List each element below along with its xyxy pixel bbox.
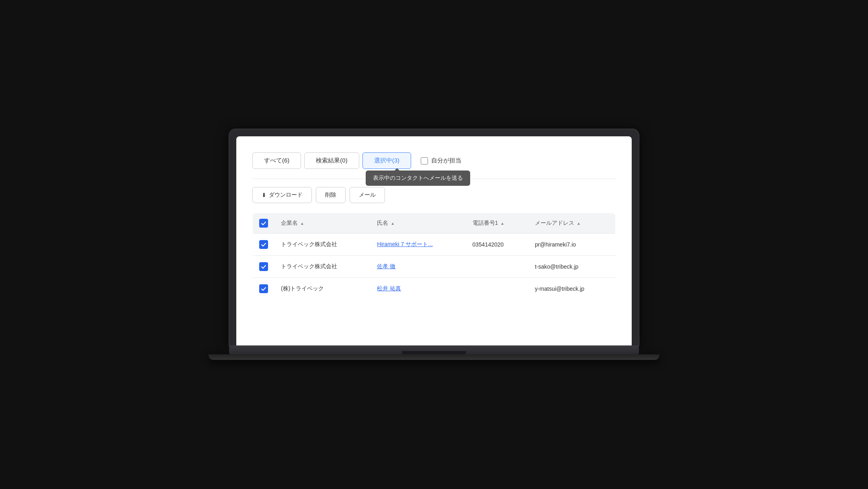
name-sort-icon: ▲ xyxy=(391,221,395,226)
row2-checkbox-cell xyxy=(253,256,275,278)
delete-button[interactable]: 削除 xyxy=(316,187,346,203)
row3-checkbox-cell xyxy=(253,278,275,300)
header-phone-label: 電話番号1 xyxy=(473,220,498,227)
row2-name-link[interactable]: 佐孝 徹 xyxy=(377,263,395,269)
tab-selected[interactable]: 選択中(3) xyxy=(362,152,411,169)
row2-email: t-sako@tribeck.jp xyxy=(528,256,616,278)
row1-name-link[interactable]: Hirameki 7 サポート... xyxy=(377,241,432,247)
row3-email: y-matsui@tribeck.jp xyxy=(528,278,616,300)
download-button[interactable]: ⬇ ダウンロード xyxy=(252,187,312,203)
delete-label: 削除 xyxy=(325,191,336,199)
header-email[interactable]: メールアドレス ▲ xyxy=(528,213,616,234)
row2-phone xyxy=(466,256,528,278)
phone-sort-icon: ▲ xyxy=(500,221,504,226)
email-label: メール xyxy=(359,191,376,199)
email-sort-icon: ▲ xyxy=(577,221,581,226)
tab-all[interactable]: すべて(6) xyxy=(252,152,301,169)
row1-email: pr@hirameki7.io xyxy=(528,234,616,256)
header-checkbox[interactable] xyxy=(259,219,268,228)
header-name[interactable]: 氏名 ▲ xyxy=(371,213,466,234)
row3-phone xyxy=(466,278,528,300)
row1-checkbox[interactable] xyxy=(259,240,268,249)
header-name-label: 氏名 xyxy=(377,220,388,227)
my-assigned-label[interactable]: 自分が担当 xyxy=(421,157,461,164)
my-assigned-checkbox[interactable] xyxy=(421,157,428,164)
row1-phone: 0354142020 xyxy=(466,234,528,256)
row3-name-link[interactable]: 松井 祐真 xyxy=(377,285,401,292)
row3-checkbox[interactable] xyxy=(259,284,268,293)
row2-checkbox[interactable] xyxy=(259,262,268,271)
row1-checkbox-cell xyxy=(253,234,275,256)
my-assigned-text: 自分が担当 xyxy=(431,157,461,164)
tooltip-container: 選択中(3) 表示中のコンタクトへメールを送る xyxy=(362,152,411,169)
table-row: (株)トライベック 松井 祐真 y-matsui@tribeck.jp xyxy=(253,278,616,300)
company-sort-icon: ▲ xyxy=(300,221,304,226)
laptop-base xyxy=(229,345,639,354)
email-tooltip: 表示中のコンタクトへメールを送る xyxy=(366,171,470,186)
tab-search[interactable]: 検索結果(0) xyxy=(304,152,359,169)
download-icon: ⬇ xyxy=(262,192,266,198)
header-checkbox-cell xyxy=(253,213,275,234)
contacts-table: 企業名 ▲ 氏名 ▲ xyxy=(252,213,616,300)
email-button[interactable]: メール xyxy=(350,187,385,203)
action-row: ⬇ ダウンロード 削除 メール xyxy=(252,187,616,203)
row3-name: 松井 祐真 xyxy=(371,278,466,300)
laptop-foot xyxy=(209,354,659,360)
header-email-label: メールアドレス xyxy=(535,220,574,227)
header-company-label: 企業名 xyxy=(281,220,298,227)
table-row: トライベック株式会社 佐孝 徹 t-sako@tribeck.jp xyxy=(253,256,616,278)
table-row: トライベック株式会社 Hirameki 7 サポート... 0354142020… xyxy=(253,234,616,256)
tabs-row: すべて(6) 検索結果(0) 選択中(3) 表示中のコンタクトへメールを送る 自… xyxy=(252,152,616,169)
row2-name: 佐孝 徹 xyxy=(371,256,466,278)
row1-company: トライベック株式会社 xyxy=(274,234,371,256)
table-header-row: 企業名 ▲ 氏名 ▲ xyxy=(253,213,616,234)
header-company[interactable]: 企業名 ▲ xyxy=(274,213,371,234)
row2-company: トライベック株式会社 xyxy=(274,256,371,278)
row1-name: Hirameki 7 サポート... xyxy=(371,234,466,256)
download-label: ダウンロード xyxy=(269,191,303,199)
header-phone[interactable]: 電話番号1 ▲ xyxy=(466,213,528,234)
row3-company: (株)トライベック xyxy=(274,278,371,300)
